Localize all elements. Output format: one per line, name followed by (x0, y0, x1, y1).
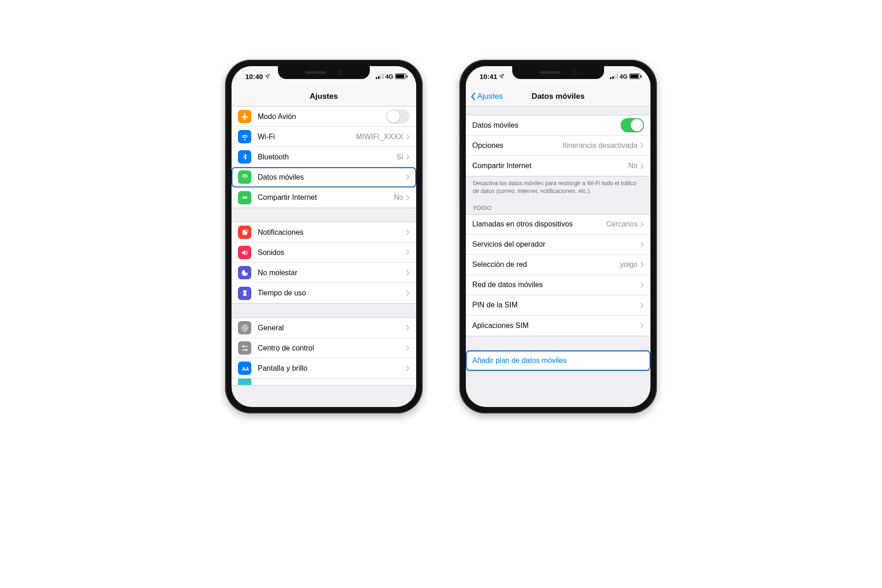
phone-right: 10:41 4G Ajustes Datos móviles Datos móv… (459, 60, 657, 413)
row-label: Notificaciones (258, 228, 406, 237)
chevron-right-icon (406, 229, 410, 235)
chevron-right-icon (640, 262, 644, 268)
status-time: 10:41 (480, 73, 497, 80)
phone-left: 10:40 4G Ajustes Modo Avión Wi- (225, 60, 423, 413)
battery-icon (395, 74, 406, 79)
chevron-right-icon (406, 134, 410, 140)
chevron-right-icon (406, 325, 410, 331)
row-label: General (258, 324, 406, 332)
hotspot-icon (238, 191, 251, 204)
wifi-icon (238, 130, 251, 143)
row-value: No (628, 162, 638, 170)
screentime-icon (238, 287, 251, 300)
chevron-right-icon (406, 195, 410, 201)
control-center-icon (238, 341, 251, 355)
row-label: Datos móviles (472, 121, 621, 130)
status-time: 10:40 (245, 73, 263, 80)
network-label: 4G (385, 73, 393, 80)
chevron-right-icon (640, 302, 644, 308)
side-button (656, 142, 657, 184)
row-network-selection[interactable]: Selección de red yoigo (466, 255, 650, 275)
chevron-right-icon (406, 174, 410, 180)
row-options[interactable]: Opciones Itinerancia desactivada (466, 136, 650, 156)
section-footer: Desactiva los datos móviles para restrin… (466, 176, 650, 198)
row-label: Opciones (472, 141, 562, 150)
row-display[interactable]: AA Pantalla y brillo (232, 358, 416, 379)
row-value: Itinerancia desactivada (562, 141, 638, 150)
partial-icon (238, 379, 251, 385)
notch (512, 66, 604, 79)
row-screentime[interactable]: Tiempo de uso (232, 283, 416, 303)
row-sim-applications[interactable]: Aplicaciones SIM (466, 316, 650, 336)
row-airplane[interactable]: Modo Avión (232, 107, 416, 127)
notch (278, 66, 370, 79)
row-value: MIWIFI_XXXX (356, 133, 403, 141)
screen: 10:41 4G Ajustes Datos móviles Datos móv… (466, 66, 650, 407)
row-label: Llamadas en otros dispositivos (472, 220, 606, 228)
section-header: YOIGO (466, 198, 650, 214)
side-button (225, 142, 226, 170)
row-dnd[interactable]: No molestar (232, 263, 416, 283)
row-general[interactable]: General (232, 318, 416, 338)
chevron-right-icon (406, 365, 410, 371)
row-calls-other-devices[interactable]: Llamadas en otros dispositivos Cercanos (466, 215, 650, 235)
sounds-icon (238, 246, 251, 259)
screen: 10:40 4G Ajustes Modo Avión Wi- (232, 66, 416, 407)
row-value: yoigo (620, 260, 638, 269)
back-button[interactable]: Ajustes (470, 92, 503, 101)
row-wifi[interactable]: Wi-Fi MIWIFI_XXXX (232, 127, 416, 147)
signal-icon (376, 74, 384, 79)
row-sim-pin[interactable]: PIN de la SIM (466, 295, 650, 316)
row-partial[interactable] (232, 379, 416, 385)
row-notifications[interactable]: Notificaciones (232, 222, 416, 243)
row-label: Tiempo de uso (258, 289, 406, 297)
chevron-right-icon (406, 270, 410, 276)
row-control-center[interactable]: Centro de control (232, 338, 416, 358)
location-icon (499, 74, 504, 79)
row-value: No (394, 193, 403, 202)
row-label: Datos móviles (258, 173, 406, 181)
back-label: Ajustes (477, 92, 503, 101)
cellular-data-toggle[interactable] (621, 118, 644, 132)
svg-text:AA: AA (242, 366, 249, 371)
location-icon (265, 74, 270, 79)
svg-point-5 (243, 327, 246, 329)
airplane-toggle[interactable] (386, 109, 410, 124)
nav-title: Datos móviles (531, 92, 584, 101)
row-hotspot[interactable]: Compartir Internet No (466, 156, 650, 176)
row-label: Sonidos (258, 249, 406, 257)
row-hotspot[interactable]: Compartir Internet No (232, 187, 416, 208)
chevron-right-icon (640, 242, 644, 248)
row-sounds[interactable]: Sonidos (232, 243, 416, 263)
cellular-icon (238, 170, 251, 184)
nav-title: Ajustes (310, 92, 338, 101)
row-value: Sí (396, 153, 403, 161)
dnd-icon (238, 266, 251, 279)
chevron-right-icon (406, 345, 410, 351)
chevron-right-icon (640, 322, 644, 328)
svg-rect-2 (243, 197, 246, 199)
chevron-right-icon (640, 282, 644, 288)
row-cellular-data-network[interactable]: Red de datos móviles (466, 275, 650, 295)
general-icon (238, 321, 251, 334)
row-carrier-services[interactable]: Servicios del operador (466, 235, 650, 255)
row-label: Compartir Internet (472, 162, 628, 170)
nav-bar: Ajustes (232, 86, 416, 107)
row-label: Añadir plan de datos móviles (472, 356, 644, 365)
row-label: Compartir Internet (258, 193, 394, 202)
row-label: Aplicaciones SIM (472, 322, 640, 330)
side-button (225, 119, 226, 134)
side-button (422, 142, 423, 184)
row-cellular-data[interactable]: Datos móviles (466, 115, 650, 136)
row-bluetooth[interactable]: Bluetooth Sí (232, 147, 416, 167)
row-label: Modo Avión (258, 113, 386, 121)
row-cellular[interactable]: Datos móviles (232, 167, 416, 187)
row-label: Servicios del operador (472, 240, 640, 249)
cellular-list: Datos móviles Opciones Itinerancia desac… (466, 107, 650, 385)
airplane-icon (238, 110, 251, 123)
row-add-cellular-plan[interactable]: Añadir plan de datos móviles (466, 351, 650, 371)
nav-bar: Ajustes Datos móviles (466, 86, 650, 107)
chevron-right-icon (640, 142, 644, 148)
chevron-right-icon (406, 249, 410, 255)
notifications-icon (238, 226, 251, 239)
